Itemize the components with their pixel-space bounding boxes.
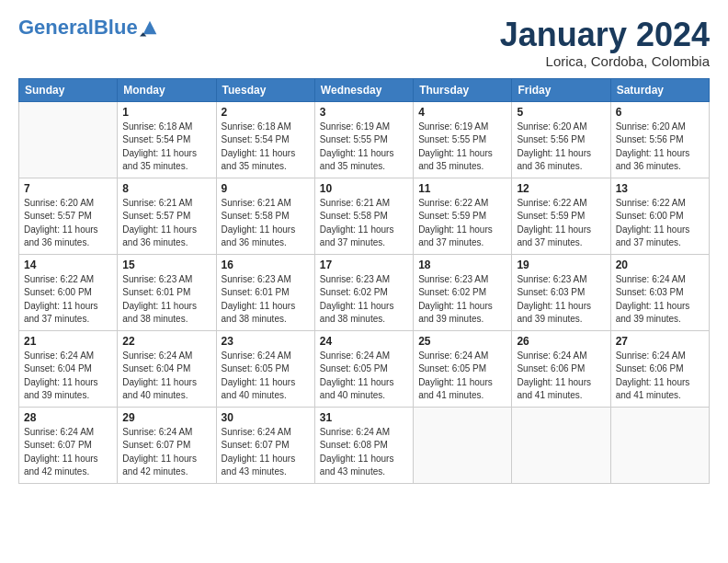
day-number: 19 <box>517 259 605 271</box>
day-number: 27 <box>616 335 704 348</box>
table-row: 1Sunrise: 6:18 AMSunset: 5:54 PMDaylight… <box>118 101 216 178</box>
table-row <box>610 407 709 483</box>
col-monday: Monday <box>118 78 216 101</box>
page: GeneralBlue January 2024 Lorica, Cordoba… <box>0 0 728 493</box>
day-number: 11 <box>418 182 506 195</box>
day-number: 17 <box>320 259 408 271</box>
day-info: Sunrise: 6:20 AMSunset: 5:56 PMDaylight:… <box>517 121 605 174</box>
day-number: 23 <box>222 335 310 348</box>
table-row <box>414 407 512 483</box>
day-info: Sunrise: 6:18 AMSunset: 5:54 PMDaylight:… <box>222 121 310 174</box>
table-row <box>512 407 610 483</box>
day-number: 22 <box>122 335 210 348</box>
day-info: Sunrise: 6:24 AMSunset: 6:03 PMDaylight:… <box>616 273 704 327</box>
day-info: Sunrise: 6:24 AMSunset: 6:04 PMDaylight:… <box>122 350 210 403</box>
calendar-header-row: Sunday Monday Tuesday Wednesday Thursday… <box>19 78 710 101</box>
day-number: 29 <box>122 411 210 424</box>
day-info: Sunrise: 6:21 AMSunset: 5:58 PMDaylight:… <box>222 197 310 250</box>
col-thursday: Thursday <box>414 78 512 101</box>
day-info: Sunrise: 6:22 AMSunset: 6:00 PMDaylight:… <box>616 197 704 250</box>
table-row: 16Sunrise: 6:23 AMSunset: 6:01 PMDayligh… <box>216 254 314 330</box>
col-sunday: Sunday <box>19 78 118 101</box>
table-row: 13Sunrise: 6:22 AMSunset: 6:00 PMDayligh… <box>610 178 709 254</box>
logo-line2: Blue <box>94 16 138 39</box>
day-info: Sunrise: 6:24 AMSunset: 6:07 PMDaylight:… <box>24 426 112 479</box>
table-row: 12Sunrise: 6:22 AMSunset: 5:59 PMDayligh… <box>512 178 610 254</box>
day-number: 5 <box>517 106 605 119</box>
day-info: Sunrise: 6:22 AMSunset: 6:00 PMDaylight:… <box>24 273 112 327</box>
day-info: Sunrise: 6:24 AMSunset: 6:04 PMDaylight:… <box>24 350 112 403</box>
table-row: 27Sunrise: 6:24 AMSunset: 6:06 PMDayligh… <box>610 330 709 407</box>
day-number: 13 <box>616 182 704 195</box>
table-row: 31Sunrise: 6:24 AMSunset: 6:08 PMDayligh… <box>314 407 413 483</box>
calendar-week-row: 1Sunrise: 6:18 AMSunset: 5:54 PMDaylight… <box>19 101 710 178</box>
day-info: Sunrise: 6:24 AMSunset: 6:05 PMDaylight:… <box>320 350 408 403</box>
day-info: Sunrise: 6:20 AMSunset: 5:57 PMDaylight:… <box>24 197 112 250</box>
table-row: 18Sunrise: 6:23 AMSunset: 6:02 PMDayligh… <box>414 254 512 330</box>
day-info: Sunrise: 6:19 AMSunset: 5:55 PMDaylight:… <box>418 121 506 174</box>
table-row: 15Sunrise: 6:23 AMSunset: 6:01 PMDayligh… <box>118 254 216 330</box>
day-number: 3 <box>320 106 408 119</box>
table-row: 2Sunrise: 6:18 AMSunset: 5:54 PMDaylight… <box>216 101 314 178</box>
day-number: 10 <box>320 182 408 195</box>
day-info: Sunrise: 6:23 AMSunset: 6:02 PMDaylight:… <box>418 273 506 327</box>
calendar-week-row: 14Sunrise: 6:22 AMSunset: 6:00 PMDayligh… <box>19 254 710 330</box>
table-row: 9Sunrise: 6:21 AMSunset: 5:58 PMDaylight… <box>216 178 314 254</box>
day-number: 1 <box>122 106 210 119</box>
table-row: 29Sunrise: 6:24 AMSunset: 6:07 PMDayligh… <box>118 407 216 483</box>
calendar-week-row: 7Sunrise: 6:20 AMSunset: 5:57 PMDaylight… <box>19 178 710 254</box>
table-row: 24Sunrise: 6:24 AMSunset: 6:05 PMDayligh… <box>314 330 413 407</box>
logo-line1: General <box>18 16 94 39</box>
table-row: 23Sunrise: 6:24 AMSunset: 6:05 PMDayligh… <box>216 330 314 407</box>
day-info: Sunrise: 6:21 AMSunset: 5:58 PMDaylight:… <box>320 197 408 250</box>
table-row: 11Sunrise: 6:22 AMSunset: 5:59 PMDayligh… <box>414 178 512 254</box>
day-number: 9 <box>222 182 310 195</box>
col-friday: Friday <box>512 78 610 101</box>
calendar-week-row: 21Sunrise: 6:24 AMSunset: 6:04 PMDayligh… <box>19 330 710 407</box>
calendar-table: Sunday Monday Tuesday Wednesday Thursday… <box>18 78 710 484</box>
day-info: Sunrise: 6:22 AMSunset: 5:59 PMDaylight:… <box>418 197 506 250</box>
day-number: 25 <box>418 335 506 348</box>
header: GeneralBlue January 2024 Lorica, Cordoba… <box>18 17 710 69</box>
logo-text: GeneralBlue <box>18 17 138 39</box>
day-info: Sunrise: 6:23 AMSunset: 6:01 PMDaylight:… <box>222 273 310 327</box>
logo-icon <box>140 17 160 38</box>
calendar-week-row: 28Sunrise: 6:24 AMSunset: 6:07 PMDayligh… <box>19 407 710 483</box>
table-row: 7Sunrise: 6:20 AMSunset: 5:57 PMDaylight… <box>19 178 118 254</box>
day-number: 12 <box>517 182 605 195</box>
table-row: 17Sunrise: 6:23 AMSunset: 6:02 PMDayligh… <box>314 254 413 330</box>
day-info: Sunrise: 6:23 AMSunset: 6:01 PMDaylight:… <box>122 273 210 327</box>
day-number: 21 <box>24 335 112 348</box>
table-row: 3Sunrise: 6:19 AMSunset: 5:55 PMDaylight… <box>314 101 413 178</box>
day-info: Sunrise: 6:24 AMSunset: 6:06 PMDaylight:… <box>517 350 605 403</box>
day-info: Sunrise: 6:22 AMSunset: 5:59 PMDaylight:… <box>517 197 605 250</box>
day-info: Sunrise: 6:24 AMSunset: 6:07 PMDaylight:… <box>222 426 310 479</box>
day-number: 2 <box>222 106 310 119</box>
table-row <box>19 101 118 178</box>
table-row: 30Sunrise: 6:24 AMSunset: 6:07 PMDayligh… <box>216 407 314 483</box>
day-number: 16 <box>222 259 310 271</box>
day-number: 28 <box>24 411 112 424</box>
day-info: Sunrise: 6:18 AMSunset: 5:54 PMDaylight:… <box>122 121 210 174</box>
day-number: 7 <box>24 182 112 195</box>
day-info: Sunrise: 6:23 AMSunset: 6:02 PMDaylight:… <box>320 273 408 327</box>
table-row: 14Sunrise: 6:22 AMSunset: 6:00 PMDayligh… <box>19 254 118 330</box>
day-info: Sunrise: 6:19 AMSunset: 5:55 PMDaylight:… <box>320 121 408 174</box>
day-info: Sunrise: 6:24 AMSunset: 6:05 PMDaylight:… <box>222 350 310 403</box>
day-number: 14 <box>24 259 112 271</box>
table-row: 20Sunrise: 6:24 AMSunset: 6:03 PMDayligh… <box>610 254 709 330</box>
table-row: 28Sunrise: 6:24 AMSunset: 6:07 PMDayligh… <box>19 407 118 483</box>
day-number: 20 <box>616 259 704 271</box>
day-info: Sunrise: 6:24 AMSunset: 6:05 PMDaylight:… <box>418 350 506 403</box>
day-number: 24 <box>320 335 408 348</box>
table-row: 4Sunrise: 6:19 AMSunset: 5:55 PMDaylight… <box>414 101 512 178</box>
day-number: 4 <box>418 106 506 119</box>
day-info: Sunrise: 6:24 AMSunset: 6:08 PMDaylight:… <box>320 426 408 479</box>
table-row: 8Sunrise: 6:21 AMSunset: 5:57 PMDaylight… <box>118 178 216 254</box>
table-row: 21Sunrise: 6:24 AMSunset: 6:04 PMDayligh… <box>19 330 118 407</box>
title-block: January 2024 Lorica, Cordoba, Colombia <box>500 17 710 69</box>
day-number: 8 <box>122 182 210 195</box>
logo: GeneralBlue <box>18 17 160 39</box>
svg-marker-0 <box>142 21 156 35</box>
location-subtitle: Lorica, Cordoba, Colombia <box>500 53 710 69</box>
